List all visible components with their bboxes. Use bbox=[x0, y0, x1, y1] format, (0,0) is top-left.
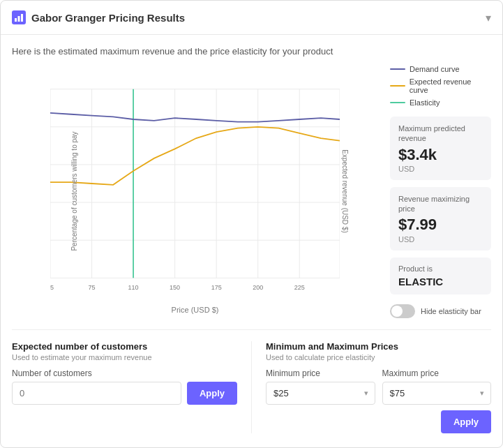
legend-elasticity-label: Elasticity bbox=[410, 98, 440, 107]
header-title: Gabor Granger Pricing Results bbox=[31, 12, 185, 24]
max-revenue-value: $3.4k bbox=[398, 147, 483, 163]
max-revenue-card: Maximum predicted revenue $3.4k USD bbox=[390, 117, 491, 180]
min-price-label: Minimum price bbox=[266, 368, 375, 378]
bottom-right: Minimum and Maximum Prices Used to calcu… bbox=[252, 341, 491, 433]
header: Gabor Granger Pricing Results ▾ bbox=[1, 1, 502, 35]
main-container: Gabor Granger Pricing Results ▾ Here is … bbox=[0, 0, 503, 448]
prices-apply-button[interactable]: Apply bbox=[441, 410, 491, 433]
max-revenue-currency: USD bbox=[398, 165, 483, 173]
y-right-label: Expected revenue (USD $) bbox=[342, 150, 350, 234]
chart-svg: 100% 75% 50% 25% 0% $4.00k $3.00k $2.00k… bbox=[50, 65, 340, 302]
revenue-line-icon bbox=[390, 85, 405, 87]
hide-elasticity-toggle[interactable] bbox=[390, 304, 415, 318]
demand-line-icon bbox=[390, 68, 405, 70]
chart-right-panel: Demand curve Expected revenue curve Elas… bbox=[390, 65, 491, 318]
svg-text:25: 25 bbox=[50, 284, 54, 291]
toggle-label: Hide elasticity bar bbox=[421, 307, 481, 315]
chart-container: 100% 75% 50% 25% 0% $4.00k $3.00k $2.00k… bbox=[50, 65, 340, 314]
prices-apply-row: Apply bbox=[266, 410, 491, 433]
chart-wrapper: 100% 75% 50% 25% 0% $4.00k $3.00k $2.00k… bbox=[12, 65, 382, 318]
toggle-knob bbox=[391, 306, 403, 317]
max-price-select[interactable]: $50 $75 $100 $150 bbox=[382, 382, 492, 405]
expected-customers-desc: Used to estimate your maximum revenue bbox=[12, 353, 237, 361]
max-price-label: Maximum price bbox=[382, 368, 492, 378]
max-revenue-label: Maximum predicted revenue bbox=[398, 124, 483, 144]
revenue-price-card: Revenue maximizing price $7.99 USD bbox=[390, 187, 491, 251]
min-price-select[interactable]: $25 $50 $75 $100 bbox=[266, 382, 375, 405]
legend: Demand curve Expected revenue curve Elas… bbox=[390, 65, 491, 107]
customers-apply-button[interactable]: Apply bbox=[187, 382, 237, 405]
min-max-selects-row: Minimum price $25 $50 $75 $100 Maximum p… bbox=[266, 368, 491, 405]
legend-elasticity: Elasticity bbox=[390, 98, 491, 107]
svg-text:225: 225 bbox=[294, 284, 305, 291]
svg-text:200: 200 bbox=[253, 284, 263, 291]
svg-text:175: 175 bbox=[211, 284, 222, 291]
chevron-down-icon[interactable]: ▾ bbox=[486, 11, 491, 24]
max-price-select-wrapper: $50 $75 $100 $150 bbox=[382, 382, 492, 405]
elasticity-card: Product is ELASTIC bbox=[390, 257, 491, 294]
bottom-left: Expected number of customers Used to est… bbox=[12, 341, 252, 433]
elasticity-value: ELASTIC bbox=[398, 276, 483, 288]
x-axis-label: Price (USD $) bbox=[50, 306, 340, 314]
min-price-select-wrapper: $25 $50 $75 $100 bbox=[266, 382, 375, 405]
svg-text:75: 75 bbox=[89, 284, 96, 291]
customers-input-row: Apply bbox=[12, 382, 237, 405]
revenue-price-label: Revenue maximizing price bbox=[398, 194, 483, 214]
min-max-title: Minimum and Maximum Prices bbox=[266, 341, 491, 352]
y-left-label: Percentage of customers willing to pay bbox=[70, 132, 78, 251]
legend-demand-label: Demand curve bbox=[410, 65, 460, 73]
customers-input[interactable] bbox=[12, 382, 181, 405]
body: Here is the estimated maximum revenue an… bbox=[1, 35, 502, 445]
elasticity-line-icon bbox=[390, 102, 405, 103]
min-max-desc: Used to calculate price elasticity bbox=[266, 353, 491, 361]
revenue-price-currency: USD bbox=[398, 235, 483, 244]
svg-text:110: 110 bbox=[128, 284, 139, 291]
legend-demand: Demand curve bbox=[390, 65, 491, 73]
customers-input-label: Number of customers bbox=[12, 368, 237, 378]
max-price-item: Maximum price $50 $75 $100 $150 bbox=[382, 368, 492, 405]
revenue-price-value: $7.99 bbox=[398, 216, 483, 233]
svg-rect-2 bbox=[21, 14, 23, 22]
chart-section: 100% 75% 50% 25% 0% $4.00k $3.00k $2.00k… bbox=[12, 65, 491, 318]
svg-text:150: 150 bbox=[170, 284, 180, 291]
min-price-item: Minimum price $25 $50 $75 $100 bbox=[266, 368, 375, 405]
page-subtitle: Here is the estimated maximum revenue an… bbox=[12, 46, 491, 57]
expected-customers-title: Expected number of customers bbox=[12, 341, 237, 352]
svg-rect-1 bbox=[18, 16, 20, 22]
toggle-row: Hide elasticity bar bbox=[390, 304, 491, 318]
bottom-section: Expected number of customers Used to est… bbox=[12, 329, 491, 433]
chart-icon bbox=[12, 10, 26, 24]
legend-revenue-label: Expected revenue curve bbox=[410, 77, 491, 94]
elasticity-label: Product is bbox=[398, 264, 483, 273]
header-left: Gabor Granger Pricing Results bbox=[12, 10, 185, 24]
svg-rect-0 bbox=[15, 18, 17, 22]
legend-revenue: Expected revenue curve bbox=[390, 77, 491, 94]
